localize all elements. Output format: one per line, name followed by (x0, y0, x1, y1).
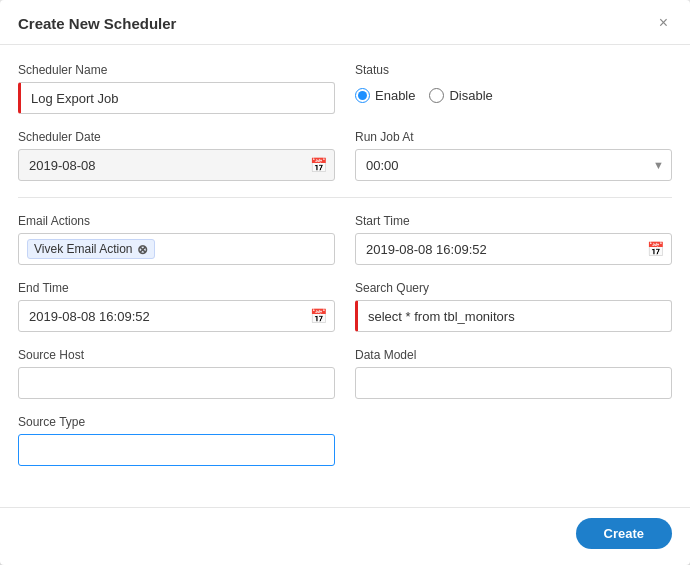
row-source-type: Source Type (18, 415, 672, 466)
start-time-calendar-icon[interactable]: 📅 (647, 241, 664, 257)
col-run-job-at: Run Job At 00:00 01:00 06:00 12:00 18:00… (355, 130, 672, 181)
disable-label: Disable (449, 88, 492, 103)
email-action-tag: Vivek Email Action ⊗ (27, 239, 155, 259)
row-source-data: Source Host Data Model (18, 348, 672, 399)
enable-label: Enable (375, 88, 415, 103)
end-time-wrapper: 📅 (18, 300, 335, 332)
col-end-time: End Time 📅 (18, 281, 335, 332)
start-time-wrapper: 📅 (355, 233, 672, 265)
status-options: Enable Disable (355, 88, 672, 103)
scheduler-date-calendar-icon[interactable]: 📅 (310, 157, 327, 173)
source-type-input[interactable] (18, 434, 335, 466)
start-time-label: Start Time (355, 214, 672, 228)
col-source-host: Source Host (18, 348, 335, 399)
search-query-label: Search Query (355, 281, 672, 295)
status-label: Status (355, 63, 672, 77)
row-email-start: Email Actions Vivek Email Action ⊗ Start… (18, 214, 672, 265)
run-job-at-wrapper: 00:00 01:00 06:00 12:00 18:00 ▼ (355, 149, 672, 181)
start-time-input[interactable] (355, 233, 672, 265)
col-start-time: Start Time 📅 (355, 214, 672, 265)
section-divider (18, 197, 672, 198)
source-host-input[interactable] (18, 367, 335, 399)
col-scheduler-name: Scheduler Name (18, 63, 335, 114)
email-action-tag-label: Vivek Email Action (34, 242, 133, 256)
scheduler-date-input[interactable] (18, 149, 335, 181)
enable-radio[interactable] (355, 88, 370, 103)
scheduler-name-input[interactable] (18, 82, 335, 114)
modal-header: Create New Scheduler × (0, 0, 690, 45)
create-button[interactable]: Create (576, 518, 672, 549)
col-scheduler-date: Scheduler Date 📅 (18, 130, 335, 181)
col-status: Status Enable Disable (355, 63, 672, 114)
scheduler-date-label: Scheduler Date (18, 130, 335, 144)
end-time-input[interactable] (18, 300, 335, 332)
source-host-label: Source Host (18, 348, 335, 362)
col-data-model: Data Model (355, 348, 672, 399)
end-time-calendar-icon[interactable]: 📅 (310, 308, 327, 324)
scheduler-date-wrapper: 📅 (18, 149, 335, 181)
enable-radio-label[interactable]: Enable (355, 88, 415, 103)
col-source-type: Source Type (18, 415, 335, 466)
search-query-input[interactable] (355, 300, 672, 332)
close-button[interactable]: × (655, 14, 672, 32)
modal-body: Scheduler Name Status Enable Disable (0, 45, 690, 503)
create-scheduler-modal: Create New Scheduler × Scheduler Name St… (0, 0, 690, 565)
email-actions-input[interactable]: Vivek Email Action ⊗ (18, 233, 335, 265)
modal-footer: Create (0, 507, 690, 565)
scheduler-name-label: Scheduler Name (18, 63, 335, 77)
data-model-label: Data Model (355, 348, 672, 362)
col-empty (355, 415, 672, 466)
run-job-at-label: Run Job At (355, 130, 672, 144)
disable-radio-label[interactable]: Disable (429, 88, 492, 103)
email-actions-label: Email Actions (18, 214, 335, 228)
row-scheduler-name-status: Scheduler Name Status Enable Disable (18, 63, 672, 114)
modal-title: Create New Scheduler (18, 15, 176, 32)
col-email-actions: Email Actions Vivek Email Action ⊗ (18, 214, 335, 265)
disable-radio[interactable] (429, 88, 444, 103)
email-action-tag-remove[interactable]: ⊗ (137, 243, 148, 256)
run-job-at-select[interactable]: 00:00 01:00 06:00 12:00 18:00 (355, 149, 672, 181)
source-type-label: Source Type (18, 415, 335, 429)
data-model-input[interactable] (355, 367, 672, 399)
row-end-search: End Time 📅 Search Query (18, 281, 672, 332)
end-time-label: End Time (18, 281, 335, 295)
col-search-query: Search Query (355, 281, 672, 332)
row-date-run: Scheduler Date 📅 Run Job At 00:00 01:00 … (18, 130, 672, 181)
